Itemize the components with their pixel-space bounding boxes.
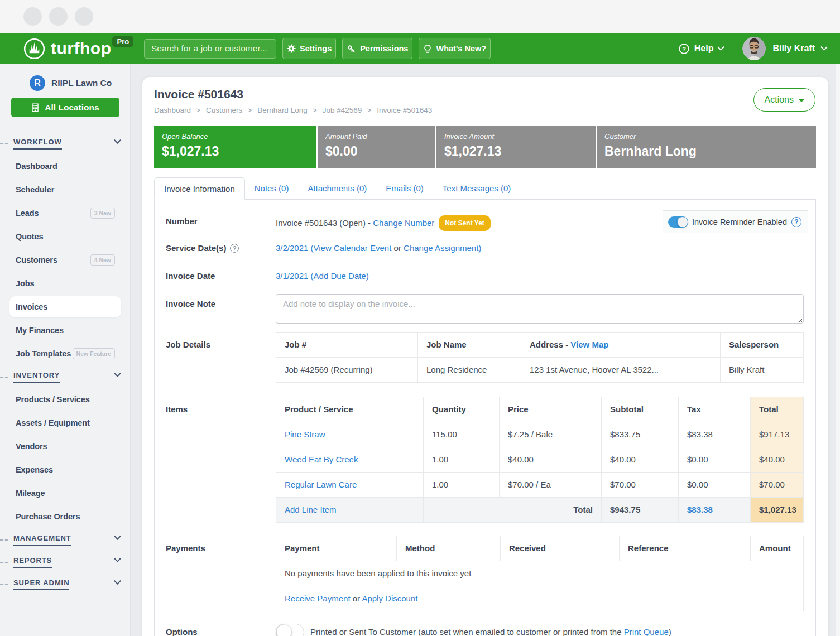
sidebar-item-leads[interactable]: Leads3 New [0,201,130,225]
table-header-row: Product / Service Quantity Price Subtota… [276,397,804,422]
sidebar-item-customers[interactable]: Customers4 New [0,248,130,272]
sidebar-item-dashboard[interactable]: Dashboard [0,155,130,178]
turfhop-logo-icon [23,38,45,60]
stat-value: $0.00 [325,144,435,159]
breadcrumb-item[interactable]: Invoice #501643 [377,106,432,114]
actions-button[interactable]: Actions [753,88,815,112]
salesperson-cell: Billy Kraft [721,358,804,383]
stat-value: $1,027.13 [444,144,596,159]
items-subtotal-cell: $943.75 [602,498,679,523]
tax-cell: $0.00 [679,447,751,473]
question-circle-icon[interactable]: ? [791,217,801,227]
receive-payment-link[interactable]: Receive Payment [285,594,351,603]
change-assignment-link[interactable]: Change Assignment) [404,243,481,253]
sidebar-section-inventory[interactable]: INVENTORY [0,365,130,388]
options-row: Options Printed or Sent To Customer (aut… [155,623,815,636]
payment-actions-cell: Receive Payment or Apply Discount [276,586,804,611]
question-circle-icon[interactable]: ? [230,244,239,253]
sidebar-section-workflow[interactable]: WORKFLOW [0,132,130,155]
service-date-link[interactable]: 3/2/2021 [276,243,308,253]
caret-down-icon [799,99,804,102]
job-number-cell: Job #42569 (Recurring) [276,358,418,383]
no-payments-cell: No payments have been applied to this in… [276,561,804,586]
window-control-close[interactable] [23,7,42,26]
tab-text-messages[interactable]: Text Messages (0) [433,177,521,199]
key-icon [347,44,356,54]
all-locations-button[interactable]: All Locations [11,98,119,117]
brand-logo-group[interactable]: turfhop Pro [23,38,144,60]
subtotal-cell: $40.00 [602,447,679,473]
breadcrumb-separator: > [248,107,252,114]
apply-discount-link[interactable]: Apply Discount [362,594,417,603]
tab-notes[interactable]: Notes (0) [245,177,299,199]
sidebar-item-my-finances[interactable]: My Finances [0,319,130,342]
sidebar-item-job-templates[interactable]: Job TemplatesNew Feature [0,342,130,365]
sidebar-item-quotes[interactable]: Quotes [0,225,130,248]
invoice-reminder-toggle[interactable] [668,216,688,228]
address-header: Address - View Map [521,333,721,358]
total-header: Total [751,397,804,422]
whats-new-button[interactable]: What's New? [419,38,491,59]
price-cell: $40.00 [500,447,602,473]
organization-name: RIIPL Lawn Co [51,78,112,88]
tab-emails[interactable]: Emails (0) [376,177,433,199]
stat-label: Open Balance [162,132,316,141]
items-tax-cell: $83.38 [679,498,751,523]
lightbulb-icon [423,44,432,54]
items-table: Product / Service Quantity Price Subtota… [276,397,804,523]
organization-row[interactable]: R RIIPL Lawn Co [30,75,130,91]
product-link[interactable]: Regular Lawn Care [285,480,357,489]
sidebar-item-products-services[interactable]: Products / Services [0,388,130,411]
view-calendar-event-link[interactable]: (View Calendar Event [311,243,392,253]
global-search-input[interactable] [144,39,276,59]
window-control-maximize[interactable] [75,7,93,26]
product-link[interactable]: Pine Straw [285,430,325,439]
breadcrumb-item[interactable]: Job #42569 [323,106,362,114]
breadcrumb-item[interactable]: Dashboard [154,106,191,114]
sidebar-item-invoices[interactable]: Invoices [0,295,130,319]
stat-customer: Customer Bernhard Long [597,126,816,168]
permissions-button[interactable]: Permissions [342,38,412,59]
sidebar-section-reports[interactable]: REPORTS [0,551,130,573]
sidebar-item-expenses[interactable]: Expenses [0,458,130,481]
invoice-date-label: Invoice Date [166,271,276,282]
sidebar-item-label: Assets / Equipment [16,418,90,427]
settings-button[interactable]: Settings [282,38,336,59]
main-scrollbar-track[interactable] [836,64,840,636]
tab-attachments[interactable]: Attachments (0) [298,177,376,199]
items-tax-link[interactable]: $83.38 [687,505,713,514]
breadcrumb-item[interactable]: Bernhard Long [257,106,307,114]
sidebar-item-vendors[interactable]: Vendors [0,435,130,458]
sidebar-item-mileage[interactable]: Mileage [0,481,130,505]
sidebar-item-assets-equipment[interactable]: Assets / Equipment [0,411,130,435]
brand-name: turfhop [51,39,111,58]
change-number-link[interactable]: Change Number [373,218,434,228]
invoice-date-link[interactable]: 3/1/2021 [276,271,308,281]
invoice-note-input[interactable] [276,294,804,324]
navbar-right-group: ? Help [679,37,827,60]
sidebar-item-jobs[interactable]: Jobs [0,272,130,295]
breadcrumb-item[interactable]: Customers [206,106,242,114]
tab-invoice-information[interactable]: Invoice Information [154,177,245,200]
user-menu[interactable]: Billy Kraft [742,37,827,60]
add-line-item-link[interactable]: Add Line Item [285,505,337,514]
sidebar-section-management[interactable]: MANAGEMENT [0,528,130,551]
product-link[interactable]: Weed Eat By Creek [285,455,358,464]
payments-label: Payments [166,536,276,554]
window-control-minimize[interactable] [49,7,68,26]
toggle-knob [677,216,688,228]
help-circle-icon: ? [679,44,689,54]
view-map-link[interactable]: View Map [570,340,608,349]
sidebar-item-scheduler[interactable]: Scheduler [0,178,130,201]
gear-icon [287,44,296,53]
sidebar-item-purchase-orders[interactable]: Purchase Orders [0,505,130,528]
sidebar-section-super-admin[interactable]: SUPER ADMIN [0,573,130,595]
add-due-date-link[interactable]: (Add Due Date) [311,271,369,281]
print-queue-link[interactable]: Print Queue [624,627,669,636]
printed-toggle[interactable] [276,624,304,636]
page-title: Invoice #501643 [154,87,816,101]
help-menu[interactable]: ? Help [679,44,724,54]
quantity-cell: 1.00 [424,447,500,473]
brand-pro-badge: Pro [112,36,133,47]
not-sent-badge: Not Sent Yet [439,215,490,231]
